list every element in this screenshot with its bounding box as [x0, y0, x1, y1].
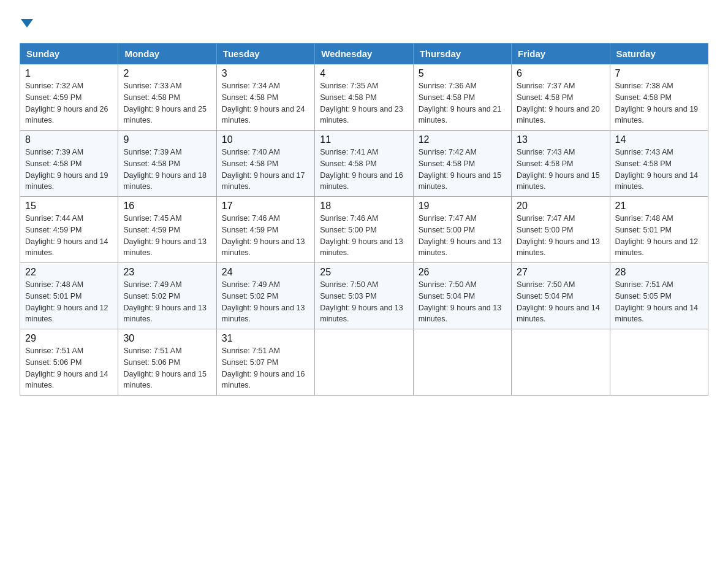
daylight-label: Daylight: 9 hours and 12 minutes. — [615, 237, 699, 258]
day-number: 17 — [222, 201, 309, 212]
daylight-label: Daylight: 9 hours and 24 minutes. — [222, 105, 305, 125]
sunset-label: Sunset: 5:02 PM — [123, 292, 180, 301]
day-number: 30 — [123, 333, 211, 344]
week-row-2: 8 Sunrise: 7:39 AM Sunset: 4:58 PM Dayli… — [20, 131, 708, 197]
day-info: Sunrise: 7:33 AM Sunset: 4:58 PM Dayligh… — [123, 80, 211, 126]
sunrise-label: Sunrise: 7:51 AM — [123, 347, 181, 355]
daylight-label: Daylight: 9 hours and 19 minutes. — [615, 105, 699, 125]
daylight-label: Daylight: 9 hours and 16 minutes. — [320, 171, 403, 191]
day-cell-29: 29 Sunrise: 7:51 AM Sunset: 5:06 PM Dayl… — [20, 329, 118, 396]
day-cell-27: 27 Sunrise: 7:50 AM Sunset: 5:04 PM Dayl… — [512, 263, 610, 329]
sunrise-label: Sunrise: 7:43 AM — [615, 148, 673, 156]
day-cell-12: 12 Sunrise: 7:42 AM Sunset: 4:58 PM Dayl… — [413, 131, 511, 197]
daylight-label: Daylight: 9 hours and 14 minutes. — [615, 171, 699, 191]
sunset-label: Sunset: 5:04 PM — [419, 292, 475, 301]
day-cell-7: 7 Sunrise: 7:38 AM Sunset: 4:58 PM Dayli… — [610, 64, 708, 131]
day-cell-24: 24 Sunrise: 7:49 AM Sunset: 5:02 PM Dayl… — [216, 263, 314, 329]
day-number: 13 — [517, 134, 604, 145]
daylight-label: Daylight: 9 hours and 25 minutes. — [123, 105, 207, 125]
sunset-label: Sunset: 5:03 PM — [320, 292, 376, 301]
sunset-label: Sunset: 4:58 PM — [615, 159, 672, 168]
sunset-label: Sunset: 4:58 PM — [615, 93, 672, 102]
day-cell-21: 21 Sunrise: 7:48 AM Sunset: 5:01 PM Dayl… — [610, 197, 708, 263]
col-header-friday: Friday — [512, 44, 610, 64]
sunset-label: Sunset: 5:01 PM — [25, 292, 82, 301]
sunset-label: Sunset: 4:59 PM — [222, 226, 278, 234]
empty-cell — [512, 329, 610, 396]
week-row-3: 15 Sunrise: 7:44 AM Sunset: 4:59 PM Dayl… — [20, 197, 708, 263]
day-info: Sunrise: 7:43 AM Sunset: 4:58 PM Dayligh… — [615, 147, 703, 193]
logo — [20, 15, 33, 31]
sunrise-label: Sunrise: 7:49 AM — [123, 280, 181, 289]
col-header-thursday: Thursday — [413, 44, 511, 64]
sunrise-label: Sunrise: 7:38 AM — [615, 82, 673, 90]
day-number: 2 — [123, 68, 211, 79]
sunrise-label: Sunrise: 7:46 AM — [222, 214, 280, 223]
day-info: Sunrise: 7:38 AM Sunset: 4:58 PM Dayligh… — [615, 80, 703, 126]
col-header-tuesday: Tuesday — [216, 44, 314, 64]
daylight-label: Daylight: 9 hours and 13 minutes. — [222, 237, 305, 258]
sunset-label: Sunset: 5:02 PM — [222, 292, 278, 301]
day-info: Sunrise: 7:49 AM Sunset: 5:02 PM Dayligh… — [123, 279, 211, 325]
day-headers-row: SundayMondayTuesdayWednesdayThursdayFrid… — [20, 44, 708, 64]
daylight-label: Daylight: 9 hours and 17 minutes. — [222, 171, 305, 191]
daylight-label: Daylight: 9 hours and 26 minutes. — [25, 105, 108, 125]
day-info: Sunrise: 7:50 AM Sunset: 5:04 PM Dayligh… — [419, 279, 506, 325]
day-cell-5: 5 Sunrise: 7:36 AM Sunset: 4:58 PM Dayli… — [413, 64, 511, 131]
sunrise-label: Sunrise: 7:51 AM — [615, 280, 673, 289]
sunset-label: Sunset: 5:04 PM — [517, 292, 573, 301]
day-number: 26 — [419, 267, 506, 278]
sunrise-label: Sunrise: 7:47 AM — [517, 214, 575, 223]
sunrise-label: Sunrise: 7:37 AM — [517, 82, 575, 90]
day-number: 16 — [123, 201, 211, 212]
sunrise-label: Sunrise: 7:44 AM — [25, 214, 83, 223]
col-header-monday: Monday — [118, 44, 216, 64]
sunrise-label: Sunrise: 7:48 AM — [615, 214, 673, 223]
sunrise-label: Sunrise: 7:41 AM — [320, 148, 378, 156]
day-info: Sunrise: 7:51 AM Sunset: 5:07 PM Dayligh… — [222, 345, 309, 391]
daylight-label: Daylight: 9 hours and 13 minutes. — [419, 237, 502, 258]
sunset-label: Sunset: 4:58 PM — [25, 159, 82, 168]
sunrise-label: Sunrise: 7:39 AM — [123, 148, 181, 156]
day-cell-14: 14 Sunrise: 7:43 AM Sunset: 4:58 PM Dayl… — [610, 131, 708, 197]
day-cell-10: 10 Sunrise: 7:40 AM Sunset: 4:58 PM Dayl… — [216, 131, 314, 197]
day-cell-23: 23 Sunrise: 7:49 AM Sunset: 5:02 PM Dayl… — [118, 263, 216, 329]
week-row-1: 1 Sunrise: 7:32 AM Sunset: 4:59 PM Dayli… — [20, 64, 708, 131]
day-info: Sunrise: 7:51 AM Sunset: 5:05 PM Dayligh… — [615, 279, 703, 325]
sunrise-label: Sunrise: 7:33 AM — [123, 82, 181, 90]
daylight-label: Daylight: 9 hours and 19 minutes. — [25, 171, 108, 191]
day-number: 31 — [222, 333, 309, 344]
calendar-header: SundayMondayTuesdayWednesdayThursdayFrid… — [20, 44, 708, 64]
sunset-label: Sunset: 4:58 PM — [517, 93, 573, 102]
day-number: 12 — [419, 134, 506, 145]
daylight-label: Daylight: 9 hours and 13 minutes. — [320, 304, 403, 324]
day-cell-11: 11 Sunrise: 7:41 AM Sunset: 4:58 PM Dayl… — [315, 131, 413, 197]
day-info: Sunrise: 7:39 AM Sunset: 4:58 PM Dayligh… — [25, 147, 113, 193]
sunset-label: Sunset: 4:58 PM — [123, 159, 180, 168]
sunrise-label: Sunrise: 7:45 AM — [123, 214, 181, 223]
day-info: Sunrise: 7:39 AM Sunset: 4:58 PM Dayligh… — [123, 147, 211, 193]
daylight-label: Daylight: 9 hours and 15 minutes. — [123, 370, 207, 390]
day-info: Sunrise: 7:46 AM Sunset: 5:00 PM Dayligh… — [320, 213, 408, 259]
day-number: 6 — [517, 68, 604, 79]
sunrise-label: Sunrise: 7:49 AM — [222, 280, 280, 289]
day-number: 28 — [615, 267, 703, 278]
calendar-table: SundayMondayTuesdayWednesdayThursdayFrid… — [20, 43, 708, 396]
sunset-label: Sunset: 5:00 PM — [517, 226, 573, 234]
sunrise-label: Sunrise: 7:39 AM — [25, 148, 83, 156]
day-cell-3: 3 Sunrise: 7:34 AM Sunset: 4:58 PM Dayli… — [216, 64, 314, 131]
sunset-label: Sunset: 5:05 PM — [615, 292, 672, 301]
day-number: 18 — [320, 201, 408, 212]
sunrise-label: Sunrise: 7:46 AM — [320, 214, 378, 223]
daylight-label: Daylight: 9 hours and 14 minutes. — [615, 304, 699, 324]
day-info: Sunrise: 7:36 AM Sunset: 4:58 PM Dayligh… — [419, 80, 506, 126]
daylight-label: Daylight: 9 hours and 13 minutes. — [419, 304, 502, 324]
sunrise-label: Sunrise: 7:36 AM — [419, 82, 477, 90]
day-info: Sunrise: 7:35 AM Sunset: 4:58 PM Dayligh… — [320, 80, 408, 126]
sunset-label: Sunset: 4:58 PM — [123, 93, 180, 102]
calendar-body: 1 Sunrise: 7:32 AM Sunset: 4:59 PM Dayli… — [20, 64, 708, 396]
empty-cell — [315, 329, 413, 396]
day-info: Sunrise: 7:43 AM Sunset: 4:58 PM Dayligh… — [517, 147, 604, 193]
sunrise-label: Sunrise: 7:32 AM — [25, 82, 83, 90]
sunrise-label: Sunrise: 7:50 AM — [419, 280, 477, 289]
